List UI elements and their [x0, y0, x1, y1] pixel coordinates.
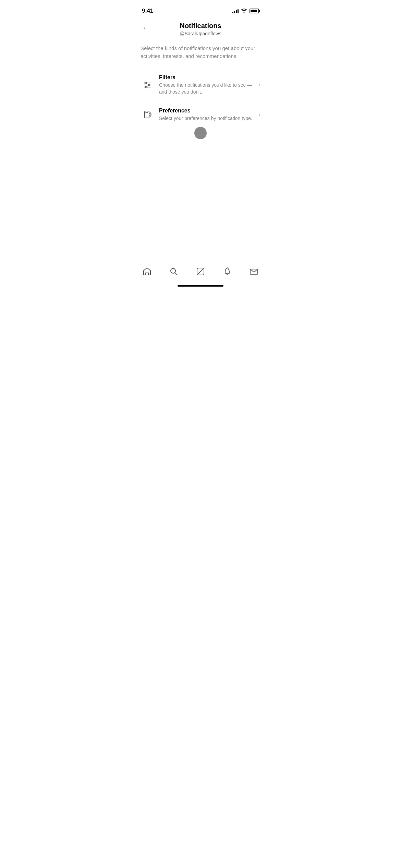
settings-list: Filters Choose the notifications you'd l… [134, 68, 267, 128]
preferences-content: Preferences Select your preferences by n… [159, 108, 255, 122]
header-center: Notifications @SarahJpageflows [180, 21, 221, 36]
mail-icon [249, 267, 259, 276]
svg-point-8 [147, 117, 147, 117]
filters-description: Choose the notifications you'd like to s… [159, 82, 255, 95]
nav-search-button[interactable] [165, 265, 183, 278]
home-indicator [178, 285, 223, 287]
preferences-item[interactable]: Preferences Select your preferences by n… [134, 101, 267, 128]
svg-point-4 [148, 84, 150, 86]
nav-home-button[interactable] [138, 265, 156, 278]
filters-title: Filters [159, 74, 255, 81]
page-title: Notifications [180, 21, 221, 30]
wifi-icon [241, 8, 247, 14]
signal-icon [232, 9, 239, 13]
svg-point-5 [146, 86, 147, 88]
compose-icon [196, 267, 205, 276]
nav-compose-button[interactable] [192, 265, 209, 278]
home-icon [142, 267, 152, 276]
header: ← Notifications @SarahJpageflows [134, 17, 267, 39]
svg-line-10 [175, 273, 178, 275]
preferences-chevron-icon: › [259, 112, 260, 118]
back-arrow-icon: ← [142, 24, 149, 32]
search-icon [169, 267, 179, 276]
status-icons [232, 8, 259, 14]
page-description: Select the kinds of notifications you ge… [134, 39, 267, 68]
back-button[interactable]: ← [141, 23, 151, 33]
filters-item[interactable]: Filters Choose the notifications you'd l… [134, 68, 267, 101]
filter-icon [141, 78, 154, 92]
scroll-indicator [194, 127, 207, 139]
status-time: 9:41 [142, 8, 153, 14]
preferences-title: Preferences [159, 108, 255, 114]
svg-point-3 [145, 82, 147, 84]
nav-notifications-button[interactable] [218, 265, 236, 278]
battery-icon [250, 9, 259, 13]
svg-line-12 [198, 269, 203, 274]
preferences-description: Select your preferences by notification … [159, 115, 255, 122]
status-bar: 9:41 [134, 0, 267, 17]
filters-content: Filters Choose the notifications you'd l… [159, 74, 255, 95]
nav-messages-button[interactable] [245, 265, 263, 278]
bell-icon [222, 267, 232, 276]
phone-notification-icon [141, 108, 154, 122]
page-subtitle: @SarahJpageflows [180, 31, 221, 36]
filters-chevron-icon: › [259, 82, 260, 88]
